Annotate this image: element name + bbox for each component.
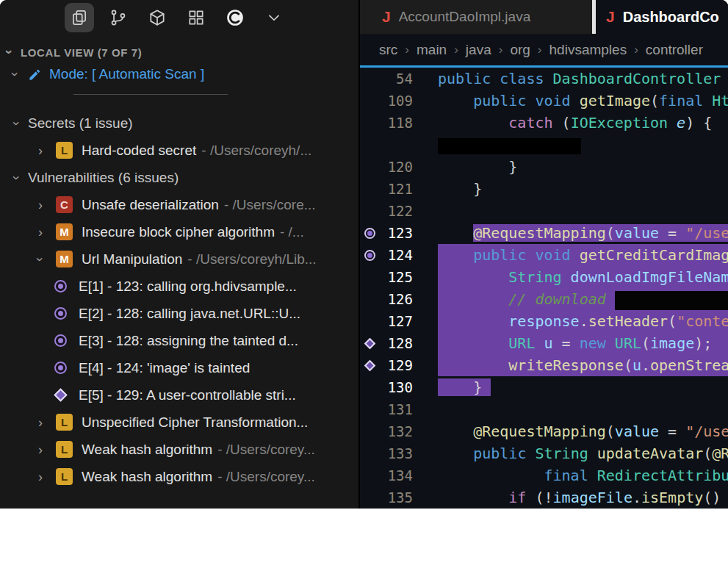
breadcrumb-separator: › <box>499 43 503 57</box>
branch-icon[interactable] <box>104 3 133 32</box>
code-text: catch (IOException e) { <box>438 112 728 134</box>
tab-label: AccountDaoImpl.java <box>399 9 531 25</box>
code-line[interactable]: 134 final RedirectAttributes <box>360 464 728 486</box>
chevron-down-icon[interactable] <box>259 3 289 32</box>
breadcrumb-item[interactable]: java <box>466 42 491 58</box>
chevron-right-icon[interactable]: › <box>35 416 46 429</box>
tree-event-row[interactable]: E[2] - 128: calling java.net.URL::U... <box>0 300 358 327</box>
gutter-circle-icon[interactable] <box>364 250 375 261</box>
line-number: 131 <box>379 401 413 417</box>
tree-item-label: Unspecified Cipher Transformation... <box>82 414 308 431</box>
tree-item-label: E[3] - 128: assigning the tainted d... <box>79 333 298 349</box>
breadcrumb-item[interactable]: main <box>417 42 447 58</box>
severity-badge: L <box>56 142 73 159</box>
tree-item-path: - /Users/coreyh/Lib... <box>187 251 316 267</box>
line-number: 126 <box>379 291 413 307</box>
tree-finding-row[interactable]: ›MUrl Manipulation- /Users/coreyh/Lib... <box>0 245 358 273</box>
gutter-circle-icon[interactable] <box>364 228 375 239</box>
security-sidebar: › LOCAL VIEW (7 OF 7) › Mode: [ Automati… <box>0 0 360 509</box>
code-text: } <box>438 178 728 200</box>
code-line[interactable]: 123 @RequestMapping(value = "/users/imag <box>360 222 728 244</box>
editor-tab[interactable]: JAccountDaoImpl.java <box>360 0 592 34</box>
java-file-icon: J <box>382 8 391 26</box>
editor-tab[interactable]: JDashboardCo <box>596 0 728 34</box>
code-line[interactable]: 135 if (!imageFile.isEmpty() <box>360 486 728 509</box>
gutter-diamond-icon[interactable] <box>364 337 375 349</box>
breadcrumb-separator: › <box>405 43 409 57</box>
code-line[interactable]: 120 } <box>360 156 728 178</box>
code-line[interactable]: 54public class DashboardController { <box>360 68 728 90</box>
gutter <box>360 340 379 348</box>
grid-icon[interactable] <box>181 3 211 32</box>
code-text: public void getImage(final HttpServletRe… <box>438 90 728 112</box>
chevron-right-icon[interactable]: › <box>35 470 46 484</box>
chevron-right-icon[interactable]: › <box>35 226 46 239</box>
tree-group-row[interactable]: ›Secrets (1 issue) <box>0 109 358 137</box>
severity-badge: M <box>56 251 73 267</box>
line-number: 118 <box>379 115 413 131</box>
code-line[interactable]: 125 String downLoadImgFileName <box>360 266 728 288</box>
code-line[interactable]: 127 response.setHeader("content <box>360 310 728 332</box>
breadcrumb-separator: › <box>634 43 638 57</box>
line-number: 130 <box>379 379 413 395</box>
tree-event-row[interactable]: E[3] - 128: assigning the tainted d... <box>0 327 358 354</box>
breadcrumb-item[interactable]: src <box>379 42 397 58</box>
chevron-down-icon[interactable]: › <box>34 254 47 265</box>
code-line[interactable]: 132 @RequestMapping(value = "/users/upda <box>360 420 728 442</box>
tree-event-row[interactable]: E[5] - 129: A user-controllable stri... <box>0 381 358 409</box>
code-line[interactable]: 130 } <box>360 376 728 398</box>
event-circle-icon <box>54 280 67 292</box>
tree-finding-row[interactable]: ›LUnspecified Cipher Transformation... <box>0 409 358 436</box>
local-view-header[interactable]: › LOCAL VIEW (7 OF 7) <box>0 35 358 59</box>
copy-icon[interactable] <box>65 3 94 32</box>
event-circle-icon <box>54 362 67 374</box>
tree-finding-row[interactable]: ›LWeak hash algorithm- /Users/corey... <box>0 463 358 490</box>
chevron-down-icon[interactable]: › <box>9 69 22 79</box>
code-line[interactable] <box>360 134 728 156</box>
chevron-down-icon[interactable]: › <box>3 47 16 57</box>
vulnerability-highlight: } <box>438 378 491 396</box>
code-line[interactable]: 124 public void getCreditCardImage( <box>360 244 728 266</box>
chevron-down-icon[interactable]: › <box>10 118 24 129</box>
severity-badge: C <box>56 196 73 213</box>
gutter <box>360 362 379 370</box>
chevron-right-icon[interactable]: › <box>35 443 46 456</box>
chevron-down-icon[interactable]: › <box>10 173 24 183</box>
mode-row[interactable]: › Mode: [ Automatic Scan ] <box>0 66 358 82</box>
tree-item-label: Hard-coded secret <box>82 143 196 159</box>
issue-tree: ›Secrets (1 issue)›LHard-coded secret- /… <box>0 109 358 509</box>
code-line[interactable]: 118 catch (IOException e) { <box>360 112 728 134</box>
tree-finding-row[interactable]: ›CUnsafe deserialization- /Users/core... <box>0 191 358 218</box>
code-line[interactable]: 121 } <box>360 178 728 200</box>
code-line[interactable]: 133 public String updateAvatar(@Requ <box>360 442 728 464</box>
package-icon[interactable] <box>143 3 172 32</box>
tree-event-row[interactable]: E[4] - 124: 'image' is tainted <box>0 354 358 381</box>
breadcrumb-item[interactable]: org <box>510 42 530 58</box>
code-line[interactable]: 129 writeResponse(u.openStream() <box>360 354 728 376</box>
code-line[interactable]: 128 URL u = new URL(image); <box>360 332 728 354</box>
severity-badge: L <box>56 414 73 431</box>
tree-group-row[interactable]: ›Vulnerabilities (6 issues) <box>0 164 358 191</box>
code-line[interactable]: 109 public void getImage(final HttpServl… <box>360 90 728 112</box>
redacted-block <box>438 138 581 154</box>
event-circle-icon <box>54 334 67 347</box>
line-number: 128 <box>379 335 413 351</box>
chevron-right-icon[interactable]: › <box>35 198 46 212</box>
code-line[interactable]: 131 <box>360 398 728 420</box>
contrast-logo-icon[interactable] <box>220 3 250 32</box>
code-line[interactable]: 126 // download <box>360 288 728 310</box>
breadcrumb-item[interactable]: controller <box>646 42 703 58</box>
tree-item-label: E[2] - 128: calling java.net.URL::U... <box>79 306 300 322</box>
line-number: 123 <box>379 225 413 241</box>
edit-pencil-icon <box>28 68 42 82</box>
chevron-right-icon[interactable]: › <box>35 144 46 157</box>
code-line[interactable]: 122 <box>360 200 728 222</box>
gutter-diamond-icon[interactable] <box>364 359 375 371</box>
tree-event-row[interactable]: E[1] - 123: calling org.hdivsample... <box>0 273 358 300</box>
tree-item-path: - /Users/corey... <box>217 442 315 458</box>
tree-finding-row[interactable]: ›LWeak hash algorithm- /Users/corey... <box>0 436 358 463</box>
breadcrumb-item[interactable]: hdivsamples <box>549 42 627 58</box>
tree-item-path: - /Users/corey... <box>217 469 315 485</box>
tree-finding-row[interactable]: ›MInsecure block cipher algorithm- /... <box>0 218 358 245</box>
tree-finding-row[interactable]: ›LHard-coded secret- /Users/coreyh/... <box>0 137 358 164</box>
